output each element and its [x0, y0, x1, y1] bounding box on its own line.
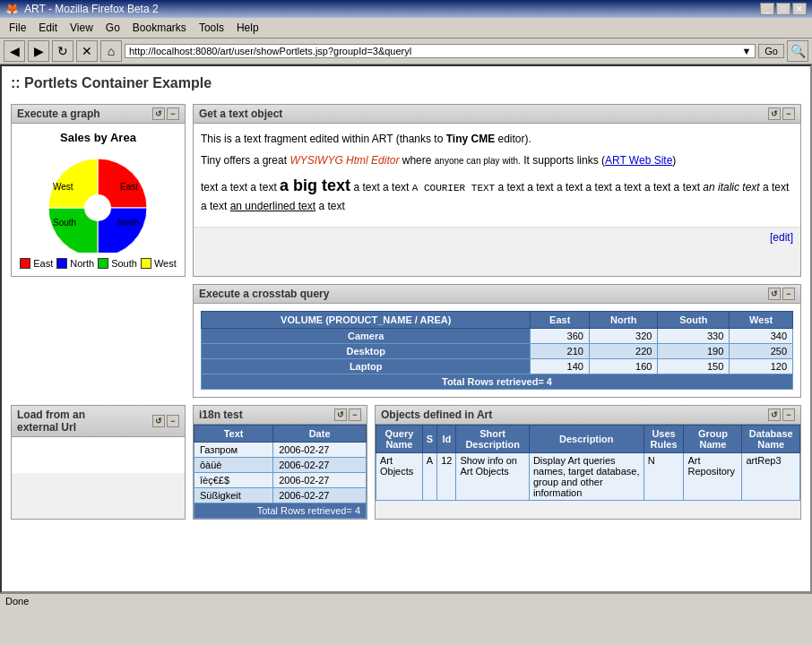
- portlet-row-3: Load from anexternal Url ↺ − i18n test ↺…: [11, 405, 801, 520]
- portlet-i18n-refresh-icon[interactable]: ↺: [334, 408, 347, 421]
- portlet-row-1: Execute a graph ↺ − Sales by Area: [11, 104, 801, 277]
- col-west: West: [730, 312, 793, 329]
- portlet-objects-body: Query Name S Id Short Description Descri…: [376, 425, 800, 501]
- portlet-text-panel: Get a text object ↺ − This is a text fra…: [193, 104, 801, 277]
- forward-button[interactable]: ▶: [28, 40, 49, 62]
- portlet-i18n-minimize-icon[interactable]: −: [349, 408, 361, 421]
- portlet-load-body: [12, 437, 185, 473]
- camera-east: 360: [531, 329, 590, 344]
- table-row: îèç€£$ 2006-02-27: [194, 473, 367, 488]
- back-button[interactable]: ◀: [4, 40, 25, 62]
- wysiwyg-text: WYSIWYG Html Editor: [289, 154, 399, 167]
- search-icon[interactable]: 🔍: [787, 40, 808, 62]
- text-paragraph-1: This is a text fragment edited within AR…: [201, 131, 793, 147]
- menu-tools[interactable]: Tools: [194, 20, 229, 36]
- i18n-text-4: Süßigkeit: [194, 488, 273, 503]
- go-button[interactable]: Go: [758, 44, 784, 58]
- window-title: ART - Mozilla Firefox Beta 2: [24, 3, 159, 15]
- i18n-text-1: Газпром: [194, 443, 273, 458]
- portlet-load-minimize-icon[interactable]: −: [167, 415, 179, 427]
- portlet-objects-minimize-icon[interactable]: −: [782, 408, 795, 421]
- objects-table: Query Name S Id Short Description Descri…: [376, 425, 800, 501]
- menu-bar: File Edit View Go Bookmarks Tools Help: [0, 18, 812, 39]
- portlet-crosstab-refresh-icon[interactable]: ↺: [768, 288, 781, 300]
- desktop-east: 210: [531, 344, 590, 359]
- portlet-graph-title: Execute a graph: [17, 108, 100, 120]
- address-input[interactable]: [129, 46, 739, 56]
- laptop-south: 150: [658, 359, 730, 374]
- menu-view[interactable]: View: [65, 20, 99, 36]
- address-bar: ▼: [125, 44, 756, 58]
- portlet-graph-body: Sales by Area: [12, 124, 185, 276]
- tiny-cme-bold: Tiny CME: [446, 133, 495, 145]
- portlet-crosstab-icons: ↺ −: [768, 288, 795, 300]
- desktop-west: 250: [730, 344, 793, 359]
- portlet-crosstab-minimize-icon[interactable]: −: [782, 288, 795, 300]
- page-title: :: Portlets Container Example: [11, 75, 801, 95]
- legend-north-label: North: [70, 258, 94, 269]
- menu-help[interactable]: Help: [231, 20, 264, 36]
- dropdown-icon[interactable]: ▼: [741, 46, 751, 56]
- crosstab-table: VOLUME (PRODUCT_NAME / AREA) East North …: [201, 311, 793, 390]
- portlet-text-refresh-icon[interactable]: ↺: [768, 108, 781, 120]
- restore-button[interactable]: □: [776, 3, 790, 15]
- firefox-icon: 🦊: [5, 3, 19, 15]
- portlet-text-icons: ↺ −: [768, 108, 795, 120]
- table-row: ôàüè 2006-02-27: [194, 458, 367, 473]
- edit-link[interactable]: [edit]: [770, 231, 793, 244]
- menu-go[interactable]: Go: [100, 20, 125, 36]
- legend-east-label: East: [33, 258, 53, 269]
- menu-edit[interactable]: Edit: [33, 20, 63, 36]
- portlet-graph-minimize-icon[interactable]: −: [167, 108, 179, 120]
- home-button[interactable]: ⌂: [100, 40, 122, 62]
- stop-button[interactable]: ✕: [76, 40, 98, 62]
- legend-west-color: [141, 258, 151, 269]
- i18n-text-2: ôàüè: [194, 458, 273, 473]
- italic-text: an italic text: [703, 181, 759, 194]
- legend-north-color: [56, 258, 67, 269]
- menu-bookmarks[interactable]: Bookmarks: [127, 20, 192, 36]
- i18n-text-3: îèç€£$: [194, 473, 273, 488]
- minimize-button[interactable]: _: [760, 3, 774, 15]
- col-north: North: [589, 312, 658, 329]
- underlined-text: an underlined text: [230, 200, 315, 212]
- portlet-objects-refresh-icon[interactable]: ↺: [768, 408, 781, 421]
- portlet-load-refresh-icon[interactable]: ↺: [152, 415, 165, 427]
- close-button[interactable]: ✕: [792, 3, 807, 15]
- portlet-crosstab-body: VOLUME (PRODUCT_NAME / AREA) East North …: [194, 304, 800, 397]
- table-row: Газпром 2006-02-27: [194, 443, 367, 458]
- menu-file[interactable]: File: [4, 20, 31, 36]
- browser-content[interactable]: :: Portlets Container Example Execute a …: [0, 64, 812, 593]
- pie-chart: East North South West: [29, 150, 168, 253]
- table-row: Camera 360 320 330 340: [202, 329, 793, 344]
- svg-point-0: [84, 194, 111, 221]
- obj-s: A: [422, 453, 436, 501]
- portlet-i18n-panel: i18n test ↺ − Text Date: [193, 405, 367, 520]
- portlet-graph-icons: ↺ −: [152, 108, 179, 120]
- table-row: Art Objects A 12 Show info on Art Object…: [376, 453, 800, 501]
- i18n-col-text: Text: [194, 426, 273, 443]
- chart-legend: East North South West: [19, 258, 177, 269]
- portlet-objects-header: Objects defined in Art ↺ −: [376, 406, 800, 425]
- legend-east-color: [20, 258, 30, 269]
- obj-col-rules: Uses Rules: [644, 426, 684, 453]
- portlet-crosstab-header: Execute a crosstab query ↺ −: [194, 285, 800, 304]
- status-bar: Done: [0, 593, 812, 608]
- legend-west: West: [141, 258, 177, 269]
- portlet-text-minimize-icon[interactable]: −: [782, 108, 795, 120]
- small-text: anyone can play with.: [435, 156, 521, 166]
- navigation-toolbar: ◀ ▶ ↻ ✕ ⌂ ▼ Go 🔍: [0, 39, 812, 64]
- i18n-total-row: Total Rows retrieved= 4: [194, 503, 367, 519]
- obj-query-name: Art Objects: [376, 453, 423, 501]
- table-row: Süßigkeit 2006-02-27: [194, 488, 367, 503]
- text-paragraph-2: Tiny offers a great WYSIWYG Html Editor …: [201, 152, 793, 168]
- portlet-load-header: Load from anexternal Url ↺ −: [12, 406, 185, 437]
- legend-south: South: [98, 258, 137, 269]
- portlet-text-header: Get a text object ↺ −: [194, 105, 800, 124]
- reload-button[interactable]: ↻: [52, 40, 73, 62]
- portlet-graph-refresh-icon[interactable]: ↺: [152, 108, 165, 120]
- art-website-link[interactable]: ART Web Site: [605, 154, 672, 167]
- big-text: a big text: [280, 176, 350, 194]
- col-south: South: [658, 312, 730, 329]
- window-controls: _ □ ✕: [760, 3, 807, 15]
